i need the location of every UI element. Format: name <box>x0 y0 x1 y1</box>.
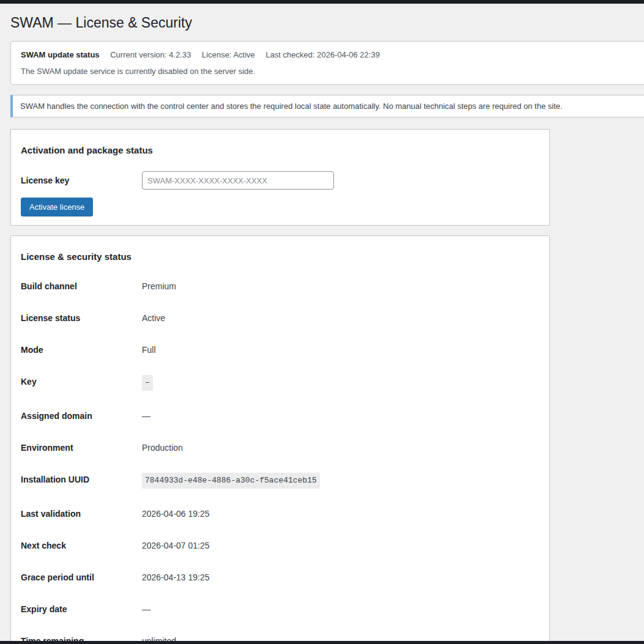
status-table-row: Grace period until 2026-04-13 19:25 <box>21 561 539 593</box>
activate-license-button[interactable]: Activate license <box>21 198 93 217</box>
row-value: Premium <box>142 279 176 293</box>
update-status-meta-line: SWAM update status Current version: 4.2.… <box>21 48 644 61</box>
admin-top-bar <box>0 0 644 4</box>
row-label: Last validation <box>21 507 142 520</box>
status-table-row: Mode Full <box>21 334 539 366</box>
row-label: Key <box>21 375 142 388</box>
update-service-message: The SWAM update service is currently dis… <box>21 65 644 78</box>
status-table-row: Environment Production <box>21 432 539 464</box>
row-label: Expiry date <box>21 602 142 616</box>
row-label: Assigned domain <box>21 409 142 423</box>
row-label: Mode <box>21 343 142 357</box>
status-table-row: License status Active <box>21 302 539 334</box>
row-value: Active <box>142 311 165 325</box>
status-card-title: License & security status <box>21 251 539 263</box>
current-version-text: Current version: 4.2.33 <box>110 50 191 59</box>
license-state-text: License: Active <box>202 50 255 59</box>
update-status-title: SWAM update status <box>21 50 100 59</box>
activation-card-title: Activation and package status <box>21 144 539 157</box>
row-value: 2026-04-13 19:25 <box>142 571 210 584</box>
page-content: SWAM — License & Security SWAM update st… <box>0 4 644 644</box>
row-label: Build channel <box>21 279 142 293</box>
bottom-bar <box>0 641 644 644</box>
row-label: Installation UUID <box>21 473 142 486</box>
status-table-row: Key – <box>21 366 539 400</box>
row-value: 7844933d-e48e-4886-a30c-f5ace41ceb15 <box>142 473 320 489</box>
status-rows: Build channel Premium License status Act… <box>21 270 539 644</box>
update-status-box: SWAM update status Current version: 4.2.… <box>10 41 644 85</box>
row-value: 2026-04-06 19:25 <box>142 507 210 520</box>
row-value: — <box>142 602 150 616</box>
row-value: Production <box>142 441 183 454</box>
status-table-row: Installation UUID 7844933d-e48e-4886-a30… <box>21 464 539 498</box>
license-key-row: License key <box>21 171 539 190</box>
row-label: Next check <box>21 539 142 552</box>
license-key-input[interactable] <box>142 171 334 190</box>
row-value: 2026-04-07 01:25 <box>142 539 210 552</box>
row-label: Environment <box>21 441 142 454</box>
page-title: SWAM — License & Security <box>10 13 644 32</box>
license-key-label: License key <box>21 176 142 185</box>
status-table-row: Build channel Premium <box>21 270 539 302</box>
info-notice: SWAM handles the connection with the con… <box>10 95 644 117</box>
row-label: Grace period until <box>21 571 142 584</box>
status-table-row: Assigned domain — <box>21 400 539 432</box>
row-value: Full <box>142 343 156 357</box>
info-notice-text: SWAM handles the connection with the con… <box>20 102 563 111</box>
status-card: License & security status Build channel … <box>10 235 550 644</box>
row-label: License status <box>21 311 142 325</box>
status-table-row: Next check 2026-04-07 01:25 <box>21 530 539 561</box>
status-table-row: Last validation 2026-04-06 19:25 <box>21 498 539 530</box>
status-table-row: Expiry date — <box>21 593 539 625</box>
row-value: — <box>142 409 150 423</box>
row-value: – <box>142 375 153 391</box>
last-checked-text: Last checked: 2026-04-06 22:39 <box>265 50 379 59</box>
activation-card: Activation and package status License ke… <box>10 129 550 226</box>
